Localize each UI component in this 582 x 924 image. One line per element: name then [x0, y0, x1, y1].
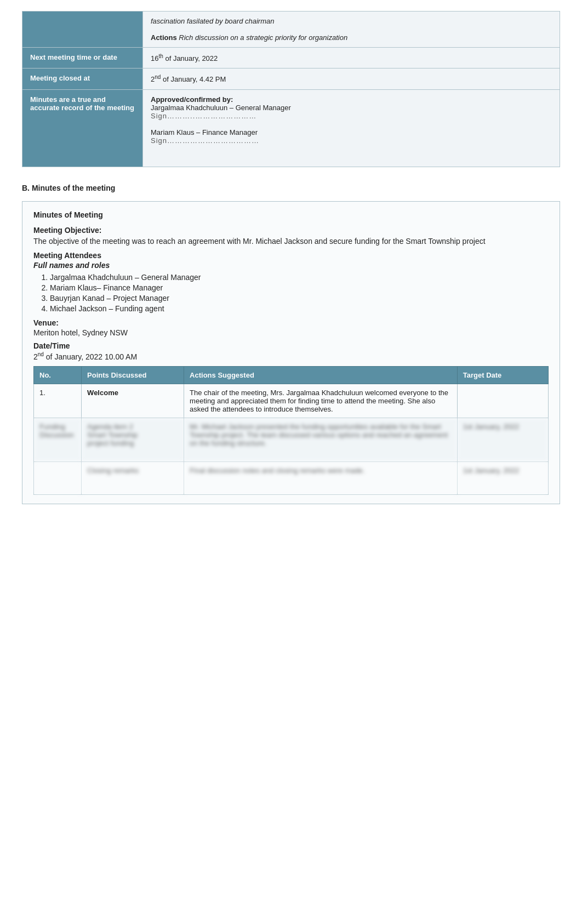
row-no: [34, 462, 82, 495]
person1-sign: Sign………..……………………: [151, 112, 552, 120]
minutes-label: Minutes are a true and accurate record o…: [22, 89, 143, 167]
header-target: Target Date: [457, 367, 548, 384]
meeting-attendees-label: Meeting Attendees: [33, 251, 549, 260]
table-row: Closing remarks Final discussion notes a…: [34, 462, 549, 495]
table-row: 1. Welcome The chair of the meeting, Mrs…: [34, 384, 549, 418]
venue-text: Meriton hotel, Sydney NSW: [33, 328, 549, 337]
person2-name: Mariam Klaus – Finance Manager: [151, 128, 552, 136]
datetime-label: Date/Time: [33, 341, 549, 350]
venue-label: Venue:: [33, 318, 549, 327]
minutes-box-title: Minutes of Meeting: [33, 210, 549, 219]
header-points: Points Discussed: [82, 367, 184, 384]
minutes-value: Approved/confirmed by: Jargalmaa Khadchu…: [143, 89, 560, 167]
meeting-closed-value: 2nd of January, 4.42 PM: [143, 69, 560, 89]
section-b-title: B. Minutes of the meeting: [22, 184, 560, 192]
attendees-list: Jargalmaa Khadchuluun – General Manager …: [50, 273, 549, 313]
points-table: No. Points Discussed Actions Suggested T…: [33, 366, 549, 495]
meeting-objective-text: The objective of the meeting was to reac…: [33, 237, 549, 246]
row-no: 1.: [34, 384, 82, 418]
row-target: [457, 384, 548, 418]
row-actions: Final discussion notes and closing remar…: [184, 462, 458, 495]
top-summary-table: fascination fasilated by board chairman …: [22, 11, 560, 167]
header-no: No.: [34, 367, 82, 384]
row-points: Welcome: [82, 384, 184, 418]
next-meeting-label: Next meeting time or date: [22, 48, 143, 69]
row-target: 1st January, 2022: [457, 418, 548, 462]
actions-text: Actions Rich discussion on a strategic p…: [151, 33, 552, 42]
person2-sign: Sign………………………………: [151, 136, 552, 145]
approved-label: Approved/confirmed by:: [151, 95, 552, 104]
next-meeting-value: 16th of January, 2022: [143, 48, 560, 69]
table-row: FundingDiscussion Agenda item 2Smart Tow…: [34, 418, 549, 462]
fascination-row: fascination fasilated by board chairman …: [22, 12, 560, 48]
list-item: Michael Jackson – Funding agent: [50, 304, 549, 313]
fascination-label-cell: [22, 12, 143, 48]
meeting-roles-label: Full names and roles: [33, 261, 549, 270]
row-actions: The chair of the meeting, Mrs. Jargalmaa…: [184, 384, 458, 418]
list-item: Jargalmaa Khadchuluun – General Manager: [50, 273, 549, 282]
row-points: Closing remarks: [82, 462, 184, 495]
meeting-objective-label: Meeting Objective:: [33, 226, 549, 235]
table-header-row: No. Points Discussed Actions Suggested T…: [34, 367, 549, 384]
fascination-italic: fascination fasilated by board chairman: [151, 17, 552, 25]
actions-bold-label: Actions: [151, 33, 177, 42]
minutes-row: Minutes are a true and accurate record o…: [22, 89, 560, 167]
list-item: Bauyrjan Kanad – Project Manager: [50, 294, 549, 303]
row-no: FundingDiscussion: [34, 418, 82, 462]
meeting-closed-row: Meeting closed at 2nd of January, 4.42 P…: [22, 69, 560, 89]
row-target: 1st January, 2022: [457, 462, 548, 495]
header-actions: Actions Suggested: [184, 367, 458, 384]
minutes-box: Minutes of Meeting Meeting Objective: Th…: [22, 201, 560, 505]
fascination-value-cell: fascination fasilated by board chairman …: [143, 12, 560, 48]
meeting-closed-label: Meeting closed at: [22, 69, 143, 89]
person1-name: Jargalmaa Khadchuluun – General Manager: [151, 104, 552, 112]
next-meeting-row: Next meeting time or date 16th of Januar…: [22, 48, 560, 69]
row-points: Agenda item 2Smart Townshipproject fundi…: [82, 418, 184, 462]
actions-content: Rich discussion on a strategic priority …: [179, 33, 347, 42]
section-b: B. Minutes of the meeting: [22, 184, 560, 192]
datetime-text: 2nd of January, 2022 10.00 AM: [33, 351, 549, 361]
list-item: Mariam Klaus– Finance Manager: [50, 283, 549, 292]
row-actions: Mr. Michael Jackson presented the fundin…: [184, 418, 458, 462]
